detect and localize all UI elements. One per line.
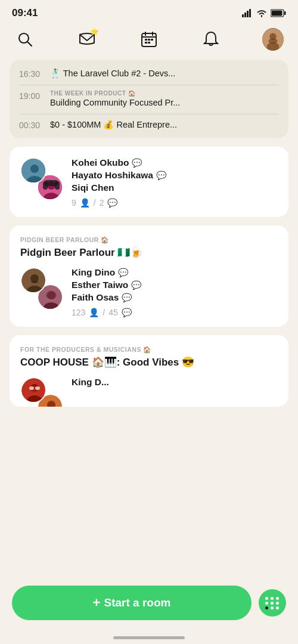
profile-avatar[interactable] <box>262 29 284 50</box>
comment-icon-2: 💬 <box>122 308 132 317</box>
sched-divider-2 <box>19 114 279 114</box>
wifi-icon <box>256 9 267 17</box>
comment-count-1: 2 <box>100 198 104 208</box>
dots-grid <box>265 597 280 609</box>
dot-8 <box>271 606 274 609</box>
speaker-name-2-2: Esther Taiwo 💬 <box>72 280 278 290</box>
dot-2 <box>271 597 274 600</box>
inbox-button[interactable]: ⭐ <box>76 29 98 50</box>
svg-rect-3 <box>249 9 251 17</box>
room-header-2: PIDGIN BEER PARLOUR 🏠 <box>20 236 278 244</box>
avatars-3 <box>20 377 63 407</box>
speaker-name-2-3: Faith Osas 💬 <box>72 292 278 303</box>
speaker-avatar-3-1 <box>20 377 46 403</box>
notifications-button[interactable] <box>200 29 222 50</box>
sched-time-1: 16:30 <box>19 68 44 79</box>
scheduled-row-2[interactable]: 19:00 THE WEEK IN PRODUCT 🏠 Building Com… <box>19 90 279 108</box>
room-stats-2: 123 👤 / 45 💬 <box>72 308 278 317</box>
sched-divider-1 <box>19 85 279 85</box>
speaker-name-2-1: King Dino 💬 <box>72 267 278 278</box>
listener-count-2: 123 <box>72 308 85 317</box>
room-card-2[interactable]: PIDGIN BEER PARLOUR 🏠 Pidgin Beer Parlou… <box>10 225 288 327</box>
speaker-name-1-1: Kohei Okubo 💬 <box>72 157 278 168</box>
start-room-label: Start a room <box>104 596 170 609</box>
room-body-1: Kohei Okubo 💬 Hayato Hoshikawa 💬 Siqi Ch… <box>20 157 278 208</box>
chat-icon-2-3: 💬 <box>122 293 132 302</box>
speaker-avatar-2-1 <box>20 267 46 293</box>
svg-rect-14 <box>148 39 150 41</box>
search-button[interactable] <box>14 29 36 50</box>
dot-9 <box>276 606 279 609</box>
speaker-name-1-2: Hayato Hoshikawa 💬 <box>72 170 278 181</box>
svg-rect-5 <box>284 11 286 15</box>
calendar-button[interactable] <box>138 29 160 50</box>
svg-rect-2 <box>247 11 249 17</box>
dot-7 <box>265 606 268 609</box>
svg-rect-17 <box>148 42 150 44</box>
svg-rect-30 <box>55 181 60 190</box>
status-icons <box>242 9 286 17</box>
user-avatar <box>262 28 284 51</box>
speaker-avatar-1-1 <box>20 157 46 184</box>
sched-time-3: 00:30 <box>19 119 44 130</box>
room-title-2: Pidgin Beer Parlour 🇳🇬🍺 <box>20 246 278 259</box>
sched-label-2: THE WEEK IN PRODUCT 🏠 <box>50 90 279 97</box>
start-room-icon: + <box>93 595 101 611</box>
svg-rect-13 <box>145 39 147 41</box>
more-options-button[interactable] <box>259 589 286 617</box>
speaker-info-3: King D... <box>72 377 278 389</box>
sched-content-3: $0 - $100MM 💰 Real Entrepre... <box>50 119 279 130</box>
dot-3 <box>276 597 279 600</box>
comment-count-2: 45 <box>108 308 118 317</box>
svg-point-41 <box>29 386 34 390</box>
speaker-info-1: Kohei Okubo 💬 Hayato Hoshikawa 💬 Siqi Ch… <box>72 157 278 208</box>
svg-point-23 <box>30 165 39 173</box>
chat-icon-1-1: 💬 <box>132 158 142 168</box>
scheduled-row-3[interactable]: 00:30 $0 - $100MM 💰 Real Entrepre... <box>19 119 279 130</box>
dot-5 <box>271 602 274 605</box>
sched-time-2: 19:00 <box>19 90 44 101</box>
avatars-1 <box>20 157 63 200</box>
status-time: 09:41 <box>12 7 38 19</box>
svg-line-8 <box>27 42 32 46</box>
room-card-1[interactable]: Kohei Okubo 💬 Hayato Hoshikawa 💬 Siqi Ch… <box>10 147 288 217</box>
svg-rect-29 <box>43 181 48 190</box>
dot-6 <box>276 602 279 605</box>
svg-rect-0 <box>242 14 244 17</box>
listener-count-1: 9 <box>72 198 76 208</box>
speaker-name-3-1: King D... <box>72 377 278 388</box>
avatars-2 <box>20 267 63 310</box>
battery-icon <box>271 9 286 17</box>
sched-title-1: 🕺 The Laravel Club #2 - Devs... <box>50 69 175 78</box>
listener-icon-2: 👤 <box>89 308 99 317</box>
inbox-star-badge: ⭐ <box>90 27 99 36</box>
bottom-bar: + Start a room <box>0 576 298 644</box>
room-stats-1: 9 👤 / 2 💬 <box>72 198 278 208</box>
top-nav: ⭐ <box>0 24 298 60</box>
svg-rect-6 <box>272 11 283 16</box>
room-body-2: King Dino 💬 Esther Taiwo 💬 Faith Osas 💬 … <box>20 267 278 317</box>
status-bar: 09:41 <box>0 0 298 24</box>
svg-rect-15 <box>151 39 153 41</box>
scheduled-row-1[interactable]: 16:30 🕺 The Laravel Club #2 - Devs... <box>19 68 279 79</box>
svg-rect-1 <box>244 13 246 17</box>
dot-4 <box>265 602 268 605</box>
svg-point-37 <box>46 291 57 299</box>
sched-content-1: 🕺 The Laravel Club #2 - Devs... <box>50 68 279 79</box>
home-indicator <box>113 636 185 639</box>
speaker-name-1-3: Siqi Chen <box>72 182 278 193</box>
chat-icon-1-2: 💬 <box>156 171 166 180</box>
comment-icon-1: 💬 <box>107 198 117 208</box>
signal-icon <box>242 9 253 17</box>
svg-point-42 <box>35 386 40 390</box>
start-room-button[interactable]: + Start a room <box>12 586 252 620</box>
speaker-info-2: King Dino 💬 Esther Taiwo 💬 Faith Osas 💬 … <box>72 267 278 317</box>
room-card-3[interactable]: FOR THE PRODUCERS & MUSICIANS 🏠 COOP HOU… <box>10 335 288 407</box>
chat-icon-2-2: 💬 <box>131 280 141 290</box>
svg-rect-16 <box>145 42 147 44</box>
svg-point-21 <box>268 38 277 44</box>
sched-title-2: Building Community Focused Pr... <box>50 98 180 107</box>
bell-icon <box>203 31 219 48</box>
room-body-3: King D... <box>20 377 278 407</box>
listener-icon-1: 👤 <box>80 198 90 208</box>
